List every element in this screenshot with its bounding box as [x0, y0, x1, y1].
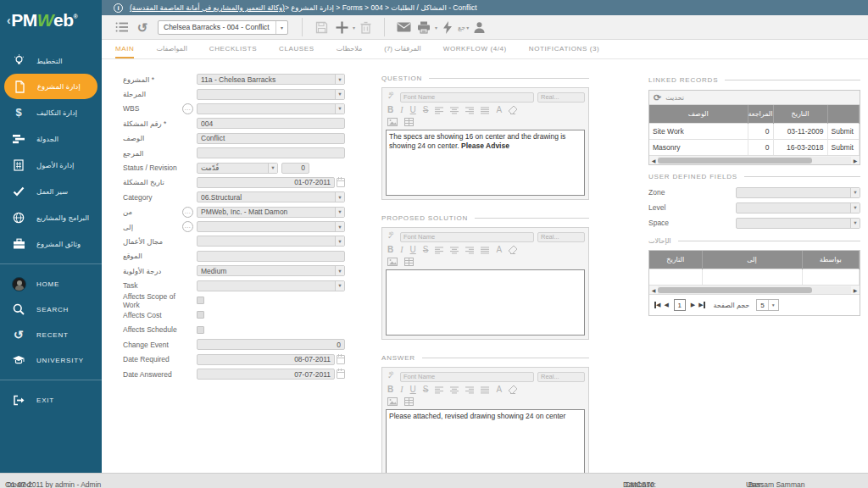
- font-size-input[interactable]: Real...: [537, 232, 585, 242]
- align-right-icon[interactable]: [465, 386, 474, 394]
- align-left-icon[interactable]: [435, 247, 443, 254]
- wbs-ellipsis-button[interactable]: ...: [182, 103, 193, 114]
- insert-image-icon[interactable]: [387, 397, 398, 406]
- tab-specifications[interactable]: المواصفات: [156, 40, 186, 58]
- record-number-input[interactable]: 004: [197, 118, 345, 129]
- pmweb-logo[interactable]: ‹PMWeb®: [0, 0, 102, 39]
- first-page-button[interactable]: ◀: [654, 302, 660, 308]
- align-center-icon[interactable]: [450, 107, 459, 114]
- from-ellipsis-button[interactable]: ...: [182, 207, 193, 218]
- affects-scope-checkbox[interactable]: [197, 297, 204, 304]
- align-justify-icon[interactable]: [481, 107, 489, 114]
- sidebar-item-recent[interactable]: ↺ RECENT: [0, 322, 102, 347]
- delete-icon[interactable]: [355, 18, 376, 36]
- answer-textarea[interactable]: Please attached, revised drawing showing…: [386, 409, 585, 475]
- calendar-icon[interactable]: [337, 355, 345, 364]
- reference-input[interactable]: [197, 147, 345, 158]
- sidebar-item-programs-projects[interactable]: البرامج والمشاريع: [0, 204, 102, 230]
- revision-input[interactable]: 0: [281, 163, 309, 174]
- zone-select[interactable]: ▼: [736, 187, 860, 198]
- column-header[interactable]: الوصف: [649, 105, 748, 123]
- sidebar-item-project-documents[interactable]: وثائق المشروع: [0, 230, 102, 257]
- italic-icon[interactable]: I: [400, 385, 403, 394]
- italic-icon[interactable]: I: [400, 246, 403, 254]
- insert-table-icon[interactable]: [404, 258, 414, 266]
- tab-workflow[interactable]: WORKFLOW (4/4): [443, 40, 507, 58]
- font-color-icon[interactable]: A: [496, 246, 502, 254]
- font-name-input[interactable]: Font Name: [400, 372, 534, 382]
- insert-table-icon[interactable]: [404, 397, 414, 406]
- proposed-solution-textarea[interactable]: [386, 269, 585, 336]
- sidebar-item-home[interactable]: HOME: [0, 271, 102, 297]
- to-ellipsis-button[interactable]: ...: [182, 221, 193, 232]
- next-page-button[interactable]: ▶: [691, 302, 695, 308]
- date-required-input[interactable]: 08-07-2011: [197, 354, 335, 365]
- question-textarea[interactable]: The specs are showing 16 on center and t…: [386, 130, 585, 196]
- page-size-select[interactable]: 5▼: [756, 299, 778, 311]
- tab-clauses[interactable]: CLAUSES: [279, 40, 314, 58]
- align-justify-icon[interactable]: [481, 386, 489, 394]
- location-input[interactable]: [197, 251, 345, 262]
- calendar-icon[interactable]: [337, 178, 345, 187]
- sidebar-item-asset-management[interactable]: إدارة الأصول: [0, 152, 102, 178]
- business-area-select[interactable]: ▼: [197, 236, 345, 247]
- sidebar-item-cost-management[interactable]: $ إدارة التكاليف: [0, 99, 102, 125]
- refresh-label[interactable]: تحديث: [665, 94, 684, 102]
- description-input[interactable]: Conflict: [197, 133, 345, 144]
- phase-select[interactable]: ▼: [197, 89, 345, 100]
- list-view-icon[interactable]: [112, 18, 132, 36]
- column-header[interactable]: المراجعة: [748, 105, 773, 123]
- print-icon[interactable]: [414, 18, 434, 36]
- spellcheck-icon[interactable]: ab✓: [386, 371, 397, 382]
- column-header[interactable]: التاريخ: [649, 251, 702, 269]
- highlight-icon[interactable]: [509, 246, 517, 254]
- calendar-icon[interactable]: [337, 369, 345, 379]
- font-size-input[interactable]: Real...: [537, 372, 585, 382]
- insert-table-icon[interactable]: [404, 118, 414, 126]
- bold-icon[interactable]: B: [387, 246, 393, 254]
- project-select[interactable]: 11a - Chelsea Barracks▼: [197, 74, 345, 85]
- sidebar-item-search[interactable]: SEARCH: [0, 297, 102, 322]
- align-justify-icon[interactable]: [481, 247, 489, 254]
- refresh-icon[interactable]: ⟳: [654, 93, 661, 103]
- align-center-icon[interactable]: [450, 386, 459, 394]
- stamp-action-icon[interactable]: جع: [458, 24, 465, 31]
- record-selector-dropdown[interactable]: Chelsea Barracks - 004 - Conflict ▾: [158, 20, 288, 35]
- column-header[interactable]: التاريخ: [773, 105, 827, 123]
- sidebar-item-workflow[interactable]: سير العمل: [0, 178, 102, 204]
- table-row[interactable]: Masonry 0 16-03-2018 Submit: [649, 139, 860, 155]
- strikethrough-icon[interactable]: S: [423, 106, 429, 114]
- breadcrumb-org-link[interactable]: (وكالة التعمير والمشاريع في أمانة العاصم…: [130, 3, 285, 12]
- date-answered-input[interactable]: 07-07-2011: [197, 369, 335, 380]
- italic-icon[interactable]: I: [400, 106, 403, 114]
- scrollbar-thumb[interactable]: [658, 158, 812, 164]
- priority-select[interactable]: Medium▼: [197, 265, 345, 276]
- column-header[interactable]: إلى: [702, 251, 802, 269]
- highlight-icon[interactable]: [509, 385, 517, 394]
- sidebar-item-project-management[interactable]: إدارة المشروع: [4, 74, 97, 99]
- font-size-input[interactable]: Real...: [537, 92, 585, 103]
- sidebar-item-planning[interactable]: التخطيط: [0, 47, 102, 74]
- insert-image-icon[interactable]: [387, 258, 398, 266]
- user-icon[interactable]: [469, 18, 489, 36]
- align-right-icon[interactable]: [465, 107, 474, 114]
- level-select[interactable]: ▼: [736, 202, 860, 214]
- scroll-left-icon[interactable]: ◀: [649, 287, 658, 293]
- strikethrough-icon[interactable]: S: [423, 385, 429, 394]
- highlight-icon[interactable]: [509, 106, 517, 114]
- from-select[interactable]: PMWeb, Inc. - Matt Damon▼: [197, 207, 345, 218]
- column-header[interactable]: [827, 105, 860, 123]
- change-event-input[interactable]: 0: [197, 339, 345, 350]
- font-color-icon[interactable]: A: [496, 106, 502, 114]
- affects-schedule-checkbox[interactable]: [197, 326, 204, 334]
- wbs-select[interactable]: ▼: [197, 103, 345, 114]
- underline-icon[interactable]: U: [410, 246, 416, 254]
- record-history-icon[interactable]: ↺: [132, 18, 153, 36]
- info-icon[interactable]: i: [114, 3, 123, 13]
- underline-icon[interactable]: U: [410, 385, 416, 394]
- spellcheck-icon[interactable]: ab✓: [386, 92, 397, 103]
- align-left-icon[interactable]: [435, 386, 443, 394]
- to-select[interactable]: ▼: [197, 221, 345, 232]
- email-icon[interactable]: [393, 18, 414, 36]
- table-row[interactable]: [649, 269, 860, 285]
